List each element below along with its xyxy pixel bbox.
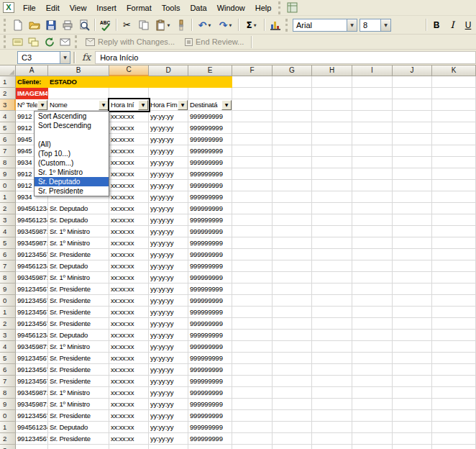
cell-C33[interactable] — [109, 445, 149, 449]
row-header-17[interactable]: 7 — [0, 260, 16, 272]
column-header-C[interactable]: C — [109, 65, 149, 76]
cell-A28[interactable]: 993459871 — [16, 387, 48, 399]
column-header-F[interactable]: F — [232, 65, 273, 76]
redo-button[interactable]: ↷▼ — [215, 17, 236, 32]
cell-K25[interactable] — [432, 353, 476, 364]
mail-recipient-button[interactable] — [57, 35, 73, 49]
cell-I8[interactable] — [352, 157, 393, 168]
row-header-6[interactable]: 6 — [0, 134, 16, 145]
cell-F24[interactable] — [232, 341, 273, 353]
cell-G23[interactable] — [273, 330, 312, 341]
font-name-dropdown-icon[interactable]: ▼ — [347, 19, 357, 31]
cell-I5[interactable] — [352, 122, 393, 134]
cell-C6[interactable]: xx:xx:xx — [109, 134, 149, 145]
cell-H25[interactable] — [312, 353, 352, 364]
cell-A1[interactable]: Cliente: — [16, 76, 48, 88]
filter-option-all[interactable]: (All) — [35, 140, 109, 149]
cell-E5[interactable]: 999999999 — [188, 122, 232, 134]
cell-D2[interactable] — [149, 88, 188, 99]
cell-C9[interactable]: xx:xx:xx — [109, 168, 149, 180]
cell-K12[interactable] — [432, 203, 476, 214]
cell-K7[interactable] — [432, 145, 476, 157]
cut-button[interactable]: ✂ — [119, 17, 135, 32]
cell-G2[interactable] — [273, 88, 312, 99]
cell-H24[interactable] — [312, 341, 352, 353]
cell-A18[interactable]: 993459871 — [16, 272, 48, 284]
undo-list-icon[interactable]: ▼ — [208, 23, 211, 27]
cell-C24[interactable]: xx:xx:xx — [109, 341, 149, 353]
cell-D5[interactable]: yy:yy:yy — [149, 122, 188, 134]
cell-I33[interactable] — [352, 445, 393, 449]
autofilter-button-A[interactable]: ▼ — [37, 100, 47, 110]
cell-E20[interactable]: 999999999 — [188, 295, 232, 307]
row-header-19[interactable]: 9 — [0, 284, 16, 295]
cell-K1[interactable] — [432, 76, 476, 88]
cell-F10[interactable] — [232, 180, 273, 191]
cell-C23[interactable]: xx:xx:xx — [109, 330, 149, 341]
cell-J1[interactable] — [393, 76, 432, 88]
cell-J22[interactable] — [393, 318, 432, 330]
cell-I15[interactable] — [352, 237, 393, 249]
cell-G21[interactable] — [273, 307, 312, 318]
cell-C30[interactable]: xx:xx:xx — [109, 410, 149, 422]
cell-C13[interactable]: xx:xx:xx — [109, 214, 149, 226]
cell-F6[interactable] — [232, 134, 273, 145]
row-header-12[interactable]: 2 — [0, 203, 16, 214]
cell-D15[interactable]: yy:yy:yy — [149, 237, 188, 249]
cell-G6[interactable] — [273, 134, 312, 145]
cell-C28[interactable]: xx:xx:xx — [109, 387, 149, 399]
cell-G8[interactable] — [273, 157, 312, 168]
cell-D4[interactable]: yy:yy:yy — [149, 111, 188, 122]
row-header-3[interactable]: 3 — [0, 99, 16, 111]
cell-H23[interactable] — [312, 330, 352, 341]
cell-D9[interactable]: yy:yy:yy — [149, 168, 188, 180]
cell-I25[interactable] — [352, 353, 393, 364]
menu-tools[interactable]: Tools — [157, 1, 186, 14]
addin-icon[interactable] — [284, 0, 301, 15]
cell-C15[interactable]: xx:xx:xx — [109, 237, 149, 249]
cell-E15[interactable]: 999999999 — [188, 237, 232, 249]
cell-D14[interactable]: yy:yy:yy — [149, 226, 188, 237]
column-header-D[interactable]: D — [149, 65, 188, 76]
cell-A24[interactable]: 993459871 — [16, 341, 48, 353]
cell-D13[interactable]: yy:yy:yy — [149, 214, 188, 226]
cell-J23[interactable] — [393, 330, 432, 341]
cell-D12[interactable]: yy:yy:yy — [149, 203, 188, 214]
cell-E8[interactable]: 999999999 — [188, 157, 232, 168]
cell-K5[interactable] — [432, 122, 476, 134]
cell-H15[interactable] — [312, 237, 352, 249]
new-workbook-button[interactable] — [9, 17, 26, 32]
cell-K23[interactable] — [432, 330, 476, 341]
column-header-I[interactable]: I — [352, 65, 393, 76]
update-file-button[interactable] — [41, 35, 57, 49]
print-button[interactable] — [59, 17, 75, 32]
cell-E1[interactable] — [188, 76, 232, 88]
cell-G12[interactable] — [273, 203, 312, 214]
cell-A13[interactable]: 994561234 — [16, 214, 48, 226]
cell-G22[interactable] — [273, 318, 312, 330]
cell-B33[interactable] — [48, 445, 109, 449]
font-name-select[interactable]: Arial ▼ — [293, 19, 357, 32]
cell-F23[interactable] — [232, 330, 273, 341]
redo-list-icon[interactable]: ▼ — [229, 23, 232, 27]
row-header-13[interactable]: 3 — [0, 214, 16, 226]
cell-B22[interactable]: Sr. Presidente — [48, 318, 109, 330]
cell-J19[interactable] — [393, 284, 432, 295]
cell-C31[interactable]: xx:xx:xx — [109, 422, 149, 433]
cell-C1[interactable] — [109, 76, 149, 88]
toolbar-grip[interactable] — [4, 19, 7, 32]
cell-E23[interactable]: 999999999 — [188, 330, 232, 341]
cell-H6[interactable] — [312, 134, 352, 145]
row-header-18[interactable]: 8 — [0, 272, 16, 284]
select-all-corner[interactable] — [0, 65, 16, 76]
row-header-14[interactable]: 4 — [0, 226, 16, 237]
row-header-7[interactable]: 7 — [0, 145, 16, 157]
cell-A21[interactable]: 991234567 — [16, 307, 48, 318]
paste-button[interactable]: ▼ — [152, 17, 173, 32]
cell-D20[interactable]: yy:yy:yy — [149, 295, 188, 307]
paste-options-icon[interactable]: ▼ — [168, 23, 170, 27]
cell-E9[interactable]: 999999999 — [188, 168, 232, 180]
cell-H13[interactable] — [312, 214, 352, 226]
cell-G13[interactable] — [273, 214, 312, 226]
cell-C5[interactable]: xx:xx:xx — [109, 122, 149, 134]
